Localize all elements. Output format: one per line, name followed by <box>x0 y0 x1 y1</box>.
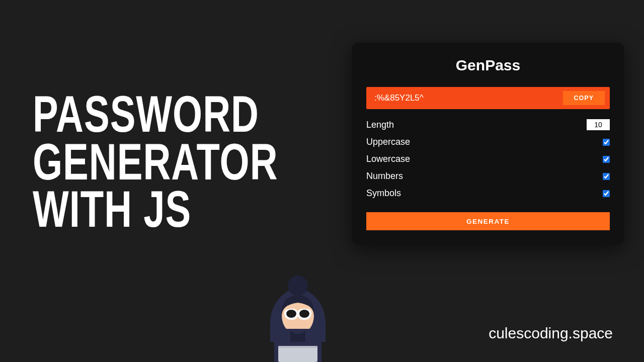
site-url: culescoding.space <box>489 325 613 342</box>
symbols-checkbox[interactable] <box>603 190 610 197</box>
svg-point-2 <box>286 310 296 318</box>
headline-title: PASSWORD GENERATOR WITH JS <box>33 90 278 233</box>
length-label: Length <box>366 120 394 130</box>
generate-button[interactable]: GENERATE <box>366 212 610 230</box>
svg-rect-4 <box>278 346 317 362</box>
password-display-bar: :%&85Y2L5^ COPY <box>366 87 610 109</box>
copy-button[interactable]: COPY <box>563 91 605 105</box>
headline-line-2: GENERATOR <box>33 138 278 185</box>
uppercase-checkbox[interactable] <box>603 139 610 146</box>
option-label-uppercase: Uppercase <box>366 137 410 147</box>
hacker-avatar-icon <box>254 272 342 362</box>
generated-password: :%&85Y2L5^ <box>374 93 424 103</box>
svg-point-0 <box>288 276 308 296</box>
option-label-lowercase: Lowercase <box>366 154 410 164</box>
genpass-card: GenPass :%&85Y2L5^ COPY Length Uppercase… <box>352 43 624 244</box>
numbers-checkbox[interactable] <box>603 173 610 180</box>
headline-line-1: PASSWORD <box>33 90 278 138</box>
length-input[interactable] <box>587 119 610 130</box>
option-label-symbols: Symbols <box>366 188 401 199</box>
option-row-lowercase: Lowercase <box>366 154 610 164</box>
svg-rect-5 <box>278 346 317 348</box>
option-row-symbols: Symbols <box>366 188 610 199</box>
headline-line-3: WITH JS <box>33 186 278 233</box>
lowercase-checkbox[interactable] <box>603 156 610 163</box>
option-row-numbers: Numbers <box>366 171 610 182</box>
card-title: GenPass <box>366 57 610 74</box>
length-row: Length <box>366 119 610 130</box>
option-row-uppercase: Uppercase <box>366 137 610 147</box>
svg-point-3 <box>299 310 309 318</box>
option-label-numbers: Numbers <box>366 171 403 182</box>
